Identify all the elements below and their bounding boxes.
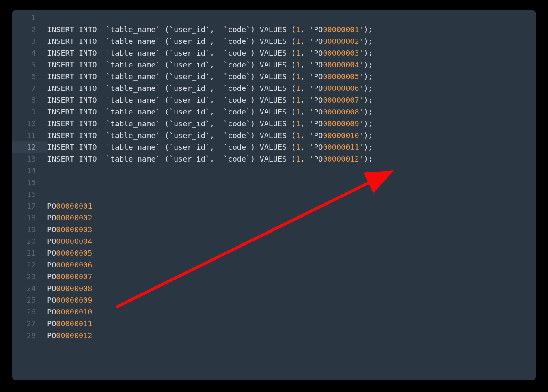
code-line[interactable]: 19PO00000003 — [12, 224, 536, 235]
code-content[interactable]: PO00000006 — [47, 259, 536, 271]
code-line[interactable]: 10INSERT INTO `table_name` (`user_id`, `… — [12, 118, 536, 129]
code-content[interactable]: PO00000005 — [47, 247, 536, 259]
line-number: 25 — [12, 294, 47, 306]
line-number: 1 — [12, 12, 47, 24]
code-content[interactable]: PO00000003 — [47, 224, 536, 235]
code-line[interactable]: 8INSERT INTO `table_name` (`user_id`, `c… — [12, 94, 536, 106]
code-content[interactable]: PO00000012 — [47, 330, 536, 341]
line-number: 5 — [12, 59, 47, 71]
code-line[interactable]: 9INSERT INTO `table_name` (`user_id`, `c… — [12, 106, 536, 118]
line-number: 8 — [12, 94, 47, 106]
code-line[interactable]: 27PO00000011 — [12, 318, 536, 330]
line-number: 13 — [12, 153, 47, 165]
line-number: 27 — [12, 318, 47, 330]
code-content[interactable]: INSERT INTO `table_name` (`user_id`, `co… — [47, 129, 536, 141]
code-editor[interactable]: 12INSERT INTO `table_name` (`user_id`, `… — [12, 10, 536, 380]
code-content[interactable]: INSERT INTO `table_name` (`user_id`, `co… — [47, 153, 536, 165]
line-number: 18 — [12, 212, 47, 224]
line-number: 26 — [12, 306, 47, 318]
code-content[interactable]: INSERT INTO `table_name` (`user_id`, `co… — [47, 94, 536, 106]
code-content[interactable]: PO00000008 — [47, 282, 536, 294]
line-number: 7 — [12, 82, 47, 94]
code-line[interactable]: 17PO00000001 — [12, 200, 536, 212]
code-content[interactable]: INSERT INTO `table_name` (`user_id`, `co… — [47, 24, 536, 35]
line-number: 6 — [12, 71, 47, 82]
code-line[interactable]: 6INSERT INTO `table_name` (`user_id`, `c… — [12, 71, 536, 82]
code-line[interactable]: 16 — [12, 188, 536, 200]
code-content[interactable]: PO00000001 — [47, 200, 536, 212]
code-line[interactable]: 24PO00000008 — [12, 282, 536, 294]
code-content[interactable]: PO00000011 — [47, 318, 536, 330]
code-area[interactable]: 12INSERT INTO `table_name` (`user_id`, `… — [12, 10, 536, 341]
line-number: 28 — [12, 330, 47, 341]
code-content[interactable]: INSERT INTO `table_name` (`user_id`, `co… — [47, 35, 536, 47]
code-content[interactable]: INSERT INTO `table_name` (`user_id`, `co… — [47, 118, 536, 129]
code-content[interactable]: PO00000007 — [47, 271, 536, 282]
code-line[interactable]: 22PO00000006 — [12, 259, 536, 271]
line-number: 10 — [12, 118, 47, 129]
line-number: 9 — [12, 106, 47, 118]
line-number: 22 — [12, 259, 47, 271]
code-line[interactable]: 5INSERT INTO `table_name` (`user_id`, `c… — [12, 59, 536, 71]
code-content[interactable]: INSERT INTO `table_name` (`user_id`, `co… — [47, 59, 536, 71]
line-number: 11 — [12, 129, 47, 141]
line-number: 12 — [12, 141, 47, 153]
line-number: 4 — [12, 47, 47, 59]
code-line[interactable]: 7INSERT INTO `table_name` (`user_id`, `c… — [12, 82, 536, 94]
code-line[interactable]: 14 — [12, 165, 536, 177]
code-content[interactable]: INSERT INTO `table_name` (`user_id`, `co… — [47, 106, 536, 118]
code-line[interactable]: 4INSERT INTO `table_name` (`user_id`, `c… — [12, 47, 536, 59]
code-line[interactable]: 13INSERT INTO `table_name` (`user_id`, `… — [12, 153, 536, 165]
code-content[interactable]: INSERT INTO `table_name` (`user_id`, `co… — [47, 47, 536, 59]
code-line[interactable]: 21PO00000005 — [12, 247, 536, 259]
line-number: 15 — [12, 177, 47, 188]
line-number: 19 — [12, 224, 47, 235]
code-content[interactable]: PO00000010 — [47, 306, 536, 318]
code-line[interactable]: 15 — [12, 177, 536, 188]
line-number: 24 — [12, 282, 47, 294]
code-content[interactable]: INSERT INTO `table_name` (`user_id`, `co… — [47, 82, 536, 94]
line-number: 21 — [12, 247, 47, 259]
code-line[interactable]: 11INSERT INTO `table_name` (`user_id`, `… — [12, 129, 536, 141]
code-content[interactable]: INSERT INTO `table_name` (`user_id`, `co… — [47, 71, 536, 82]
line-number: 2 — [12, 24, 47, 35]
line-number: 20 — [12, 235, 47, 247]
line-number: 16 — [12, 188, 47, 200]
code-line[interactable]: 18PO00000002 — [12, 212, 536, 224]
code-line[interactable]: 26PO00000010 — [12, 306, 536, 318]
code-line[interactable]: 25PO00000009 — [12, 294, 536, 306]
code-line[interactable]: 28PO00000012 — [12, 330, 536, 341]
code-content[interactable]: PO00000009 — [47, 294, 536, 306]
code-content[interactable]: INSERT INTO `table_name` (`user_id`, `co… — [47, 141, 536, 153]
code-content[interactable]: PO00000004 — [47, 235, 536, 247]
code-line[interactable]: 1 — [12, 12, 536, 24]
line-number: 17 — [12, 200, 47, 212]
code-line[interactable]: 2INSERT INTO `table_name` (`user_id`, `c… — [12, 24, 536, 35]
code-content[interactable]: PO00000002 — [47, 212, 536, 224]
code-line[interactable]: 20PO00000004 — [12, 235, 536, 247]
line-number: 23 — [12, 271, 47, 282]
line-number: 3 — [12, 35, 47, 47]
line-number: 14 — [12, 165, 47, 177]
code-line[interactable]: 12INSERT INTO `table_name` (`user_id`, `… — [12, 141, 536, 153]
code-line[interactable]: 3INSERT INTO `table_name` (`user_id`, `c… — [12, 35, 536, 47]
code-line[interactable]: 23PO00000007 — [12, 271, 536, 282]
